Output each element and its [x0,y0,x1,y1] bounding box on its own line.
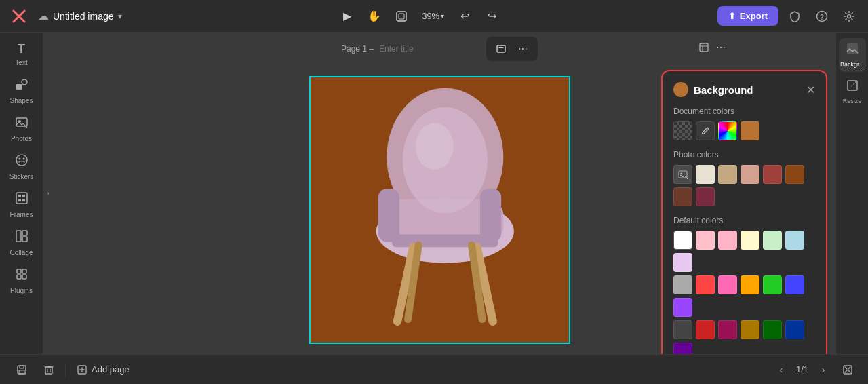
def-color-19[interactable] [785,320,804,339]
toolbar-right: ⬆ Export ? [717,5,860,27]
def-color-7[interactable] [673,275,692,294]
next-page-button[interactable]: › [814,360,833,379]
page-icon-button[interactable] [492,39,511,58]
def-color-14[interactable] [673,320,692,339]
page-more-button[interactable]: ⋯ [513,39,532,58]
svg-rect-46 [20,366,24,368]
def-color-18[interactable] [763,320,782,339]
page-actions: ⋯ [486,37,538,61]
page-title-input[interactable] [379,44,481,54]
default-colors-row-3 [673,320,815,354]
page-dots-button[interactable]: ⋯ [711,38,730,57]
title-dropdown-icon[interactable]: ▾ [118,12,122,21]
photo-color-3[interactable] [741,165,760,184]
svg-rect-19 [16,231,21,242]
shield-button[interactable] [784,5,806,27]
export-button[interactable]: ⬆ Export [717,6,778,26]
hand-tool-button[interactable]: ✋ [362,4,387,28]
def-color-6[interactable] [673,253,692,272]
redo-button[interactable]: ↪ [479,4,504,28]
svg-text:?: ? [820,13,824,20]
svg-rect-32 [479,189,500,242]
photo-color-1[interactable] [696,165,715,184]
def-color-15[interactable] [696,320,715,339]
sidebar-item-label-stickers: Stickers [9,173,34,180]
help-button[interactable]: ? [811,5,833,27]
photos-icon [15,115,28,132]
right-tools: Backgr... Resize [835,33,868,354]
background-tool-icon [846,42,859,59]
svg-rect-40 [847,43,858,54]
undo-button[interactable]: ↩ [452,4,477,28]
photo-icon-swatch[interactable] [673,165,692,184]
svg-rect-47 [19,370,24,374]
def-color-4[interactable] [763,231,782,250]
def-color-13[interactable] [673,298,692,317]
def-color-white[interactable] [673,231,692,250]
def-color-5[interactable] [785,231,804,250]
photo-color-7[interactable] [696,187,715,206]
settings-button[interactable] [838,5,860,27]
rt-label-resize: Resize [843,98,862,104]
def-color-8[interactable] [696,275,715,294]
eyedropper-swatch[interactable] [696,121,715,140]
sidebar-item-text[interactable]: T Text [4,38,39,71]
canvas-frame[interactable] [309,76,570,344]
select-tool-button[interactable]: ▶ [335,4,359,28]
photo-color-2[interactable] [718,165,737,184]
bg-panel-close-button[interactable]: ✕ [806,83,815,96]
rt-item-background[interactable]: Backgr... [839,38,866,72]
sidebar-item-frames[interactable]: Frames [4,187,39,223]
sidebar-item-collage[interactable]: Collage [4,225,39,261]
shapes-icon [15,77,28,94]
zoom-control[interactable]: 39% ▾ [416,8,450,24]
svg-point-6 [848,14,851,18]
cloud-save-icon: ☁ [38,9,49,22]
rt-label-background: Backgr... [840,61,864,68]
chair-illustration [311,77,569,343]
def-color-9[interactable] [718,275,737,294]
sidebar-item-label-text: Text [15,59,27,66]
document-title[interactable]: Untitled image [53,11,114,22]
def-color-3[interactable] [741,231,760,250]
left-sidebar: T Text Shapes Photos Stickers Frames [0,33,43,354]
sidebar-item-shapes[interactable]: Shapes [4,73,39,109]
def-color-1[interactable] [696,231,715,250]
sidebar-item-plugins[interactable]: Plugins [4,263,39,299]
svg-point-44 [680,173,682,175]
svg-rect-17 [18,199,21,201]
photo-color-5[interactable] [785,165,804,184]
bg-panel-title: Background [694,84,753,96]
bg-color-dot [673,82,688,97]
doc-color-brown-swatch[interactable] [741,121,760,140]
photo-color-4[interactable] [763,165,782,184]
def-color-11[interactable] [763,275,782,294]
svg-rect-15 [18,195,21,197]
transparent-color-swatch[interactable] [673,121,692,140]
def-color-10[interactable] [741,275,760,294]
def-color-16[interactable] [718,320,737,339]
sidebar-collapse-button[interactable]: › [43,177,53,210]
photo-color-6[interactable] [673,187,692,206]
sidebar-item-photos[interactable]: Photos [4,111,39,147]
page-navigation: ‹ 1/1 › [772,360,857,379]
def-color-2[interactable] [718,231,737,250]
save-button[interactable] [11,359,33,381]
prev-page-button[interactable]: ‹ [772,360,791,379]
delete-button[interactable] [38,359,60,381]
sidebar-item-stickers[interactable]: Stickers [4,149,39,185]
expand-button[interactable] [838,360,857,379]
svg-rect-3 [399,14,404,19]
def-color-17[interactable] [741,320,760,339]
export-icon: ⬆ [728,11,736,21]
frame-tool-button[interactable] [389,4,414,28]
rt-item-resize[interactable]: Resize [839,75,866,109]
photo-colors-row [673,165,815,206]
export-label: Export [740,11,768,21]
gradient-color-swatch[interactable] [718,121,737,140]
def-color-20[interactable] [673,343,692,354]
page-thumbnail-button[interactable] [694,38,713,57]
bg-panel-title-area: Background [673,82,753,97]
add-page-button[interactable]: Add page [71,360,135,379]
def-color-12[interactable] [785,275,804,294]
